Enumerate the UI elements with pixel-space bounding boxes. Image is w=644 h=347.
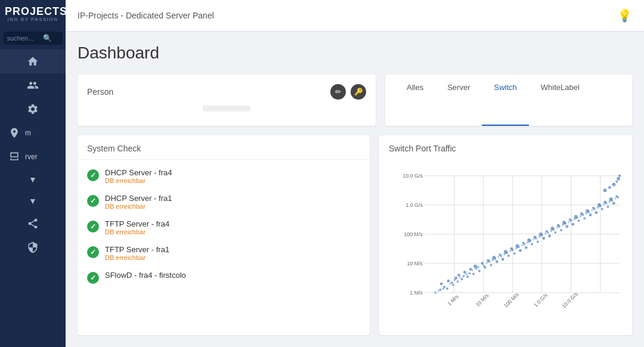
share-icon xyxy=(27,218,39,230)
svg-point-130 xyxy=(538,236,541,238)
svg-point-146 xyxy=(612,183,615,187)
sidebar-item-location[interactable]: m xyxy=(0,121,66,145)
expand2-chevron: ▼ xyxy=(29,196,37,206)
svg-point-117 xyxy=(459,277,461,278)
check-name-tftp-fra1: TFTP Server - fra1 xyxy=(105,245,169,254)
svg-text:10 M/s: 10 M/s xyxy=(475,292,490,308)
svg-text:1.0 G/s: 1.0 G/s xyxy=(532,292,549,308)
svg-point-93 xyxy=(512,249,514,251)
svg-point-29 xyxy=(461,278,463,280)
sidebar-item-users[interactable] xyxy=(0,73,66,97)
check-name-sflow-fra4: SFlowD - fra4 - firstcolo xyxy=(105,271,186,280)
svg-text:1 M/s: 1 M/s xyxy=(446,293,460,307)
tab-whitelabel[interactable]: WhiteLabel xyxy=(529,75,592,126)
svg-point-81 xyxy=(612,202,615,205)
svg-point-113 xyxy=(438,290,439,292)
svg-point-144 xyxy=(603,188,607,192)
tab-switch[interactable]: Switch xyxy=(482,75,528,126)
edit-icon-button[interactable]: ✏ xyxy=(330,84,346,100)
person-card-icons: ✏ 🔑 xyxy=(330,84,366,100)
check-icon-dhcp-fra1 xyxy=(87,195,99,207)
svg-point-147 xyxy=(615,181,618,183)
system-check-header: System Check xyxy=(78,135,370,160)
svg-point-94 xyxy=(518,246,520,248)
svg-text:1.0 G/s: 1.0 G/s xyxy=(405,202,423,208)
svg-point-31 xyxy=(466,275,469,278)
svg-point-99 xyxy=(547,231,549,234)
sidebar-item-home[interactable] xyxy=(0,49,66,73)
check-icon-dhcp-fra4 xyxy=(87,169,99,181)
sidebar: PROJECTS ING BY PASSION 🔍 m rver ▼ ▼ xyxy=(0,0,66,347)
check-text-sflow-fra4: SFlowD - fra4 - firstcolo xyxy=(105,271,186,280)
svg-point-111 xyxy=(617,196,619,199)
svg-point-142 xyxy=(608,200,611,203)
sidebar-item-admin[interactable] xyxy=(0,236,66,259)
check-icon-sflow-fra4 xyxy=(87,272,99,284)
sidebar-logo: PROJECTS ING BY PASSION xyxy=(0,0,66,27)
sidebar-item-settings[interactable] xyxy=(0,97,66,121)
svg-point-138 xyxy=(585,212,587,215)
svg-point-63 xyxy=(560,229,562,231)
svg-point-120 xyxy=(477,266,479,268)
svg-point-73 xyxy=(589,213,592,216)
svg-point-79 xyxy=(607,206,609,208)
svg-point-71 xyxy=(583,217,586,219)
search-input[interactable] xyxy=(7,35,43,42)
person-card-content xyxy=(87,106,366,116)
svg-point-69 xyxy=(578,219,580,222)
svg-point-26 xyxy=(439,289,441,291)
svg-point-97 xyxy=(535,237,537,240)
check-item-tftp-fra1: TFTP Server - fra1 DB erreichbar xyxy=(78,240,370,266)
expand1-chevron: ▼ xyxy=(29,175,37,184)
sidebar-item-expand1[interactable]: ▼ xyxy=(0,169,66,190)
search-icon[interactable]: 🔍 xyxy=(43,34,52,42)
svg-point-104 xyxy=(576,216,578,219)
svg-point-91 xyxy=(500,255,502,257)
sidebar-navigation: m rver ▼ ▼ xyxy=(0,49,66,259)
chart-card: Switch Port Traffic 10.0 G/s 1.0 G/s 100… xyxy=(379,135,632,335)
search-bar[interactable]: 🔍 xyxy=(4,32,63,45)
svg-point-27 xyxy=(446,287,448,290)
chart-area: 10.0 G/s 1.0 G/s 100 M/s 10 M/s 1 M/s xyxy=(389,159,623,327)
svg-point-102 xyxy=(564,222,566,225)
sidebar-item-expand2[interactable]: ▼ xyxy=(0,190,66,212)
svg-text:10.0 G/s: 10.0 G/s xyxy=(561,291,579,309)
svg-point-109 xyxy=(605,202,608,205)
check-item-dhcp-fra1: DHCP Server - fra1 DB erreichbar xyxy=(78,189,370,215)
check-sub-dhcp-fra4: DB erreichbar xyxy=(105,177,172,184)
svg-text:10.0 G/s: 10.0 G/s xyxy=(403,173,423,179)
svg-point-21 xyxy=(440,283,443,286)
server-icon xyxy=(8,151,20,163)
sidebar-item-share[interactable] xyxy=(0,212,66,236)
svg-point-77 xyxy=(601,208,603,210)
svg-point-86 xyxy=(468,272,470,275)
tab-alles[interactable]: Alles xyxy=(395,75,435,126)
svg-point-45 xyxy=(507,255,510,257)
logo-sub: ING BY PASSION xyxy=(5,17,61,22)
svg-point-145 xyxy=(608,186,611,189)
system-check-body: DHCP Server - fra4 DB erreichbar DHCP Se… xyxy=(78,160,370,335)
lightbulb-icon[interactable]: 💡 xyxy=(617,8,632,23)
tab-server[interactable]: Server xyxy=(435,75,482,126)
breadcrumb-prefix: IP-Projects xyxy=(78,11,118,20)
check-item-sflow-fra4: SFlowD - fra4 - firstcolo xyxy=(78,266,370,289)
svg-point-133 xyxy=(556,227,558,229)
svg-point-35 xyxy=(478,270,481,272)
top-bar-right: 💡 xyxy=(617,8,632,23)
svg-point-122 xyxy=(491,259,494,261)
svg-point-85 xyxy=(462,275,465,277)
svg-point-84 xyxy=(457,280,459,283)
sidebar-item-server[interactable]: rver xyxy=(0,145,66,169)
svg-point-28 xyxy=(457,274,460,277)
key-icon-button[interactable]: 🔑 xyxy=(351,84,366,100)
svg-point-88 xyxy=(483,265,485,267)
svg-point-103 xyxy=(570,219,572,222)
svg-point-51 xyxy=(525,246,528,249)
check-name-tftp-fra4: TFTP Server - fra4 xyxy=(105,219,169,228)
svg-point-61 xyxy=(554,231,556,234)
bottom-row: System Check DHCP Server - fra4 DB errei… xyxy=(78,135,632,335)
svg-point-24 xyxy=(451,281,453,284)
check-sub-dhcp-fra1: DB erreichbar xyxy=(105,203,172,210)
svg-point-59 xyxy=(548,234,551,237)
svg-point-36 xyxy=(481,262,484,265)
